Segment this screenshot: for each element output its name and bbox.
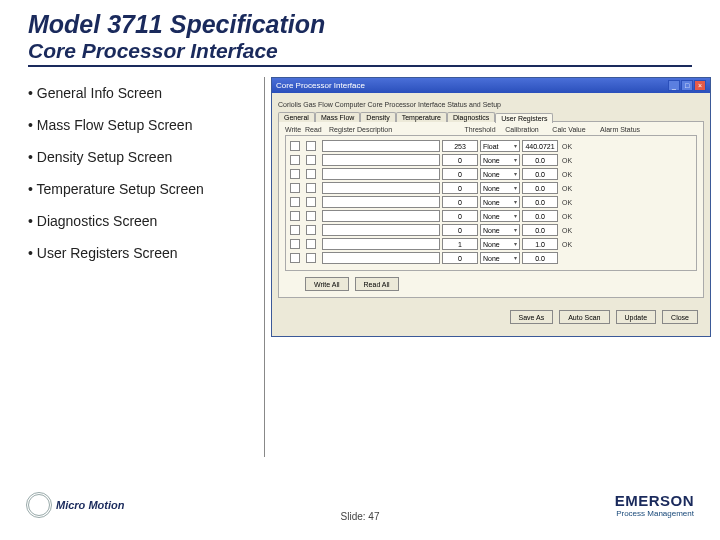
calibration-select[interactable]: None [480, 252, 520, 264]
saveas-button[interactable]: Save As [510, 310, 554, 324]
threshold-input[interactable]: 1 [442, 238, 478, 250]
read-checkbox[interactable] [306, 253, 316, 263]
close-dialog-button[interactable]: Close [662, 310, 698, 324]
register-row: 0None0.0OK [290, 168, 692, 180]
threshold-input[interactable]: 253 [442, 140, 478, 152]
close-button[interactable]: × [694, 80, 706, 91]
register-row: 0None0.0 [290, 252, 692, 264]
alarm-status: OK [560, 143, 606, 150]
desc-input[interactable] [322, 154, 440, 166]
bullet-item: • General Info Screen [28, 85, 264, 101]
write-checkbox[interactable] [290, 239, 300, 249]
alarm-status: OK [560, 157, 606, 164]
calibration-select[interactable]: Float [480, 140, 520, 152]
tab-diagnostics[interactable]: Diagnostics [447, 112, 495, 122]
read-checkbox[interactable] [306, 225, 316, 235]
desc-input[interactable] [322, 196, 440, 208]
read-all-button[interactable]: Read All [355, 277, 399, 291]
alarm-status: OK [560, 241, 606, 248]
register-row: 0None0.0OK [290, 154, 692, 166]
register-row: 1None1.0OK [290, 238, 692, 250]
write-checkbox[interactable] [290, 155, 300, 165]
threshold-input[interactable]: 0 [442, 224, 478, 236]
register-grid: 253Float440.0721OK0None0.0OK0None0.0OK0N… [285, 135, 697, 271]
register-row: 0None0.0OK [290, 196, 692, 208]
calibration-select[interactable]: None [480, 154, 520, 166]
tab-bar: General Mass Flow Density Temperature Di… [278, 112, 704, 122]
value-input[interactable]: 0.0 [522, 154, 558, 166]
register-row: 0None0.0OK [290, 210, 692, 222]
desc-input[interactable] [322, 210, 440, 222]
write-checkbox[interactable] [290, 211, 300, 221]
tab-density[interactable]: Density [360, 112, 395, 122]
tab-user-registers[interactable]: User Registers [495, 113, 553, 123]
value-input[interactable]: 0.0 [522, 252, 558, 264]
desc-input[interactable] [322, 168, 440, 180]
window-caption: Coriolis Gas Flow Computer Core Processo… [278, 99, 704, 112]
col-calibration: Calibration [501, 126, 543, 133]
minimize-button[interactable]: _ [668, 80, 680, 91]
read-checkbox[interactable] [306, 155, 316, 165]
autoscan-button[interactable]: Auto Scan [559, 310, 609, 324]
value-input[interactable]: 0.0 [522, 168, 558, 180]
threshold-input[interactable]: 0 [442, 182, 478, 194]
write-checkbox[interactable] [290, 169, 300, 179]
bullet-item: • Diagnostics Screen [28, 213, 264, 229]
read-checkbox[interactable] [306, 211, 316, 221]
bullet-item: • Temperature Setup Screen [28, 181, 264, 197]
update-button[interactable]: Update [616, 310, 657, 324]
desc-input[interactable] [322, 140, 440, 152]
alarm-status: OK [560, 199, 606, 206]
desc-input[interactable] [322, 182, 440, 194]
col-value: Calc Value [543, 126, 595, 133]
calibration-select[interactable]: None [480, 210, 520, 222]
micromotion-text: Micro Motion [56, 499, 124, 511]
read-checkbox[interactable] [306, 183, 316, 193]
write-all-button[interactable]: Write All [305, 277, 349, 291]
read-checkbox[interactable] [306, 169, 316, 179]
desc-input[interactable] [322, 238, 440, 250]
alarm-status: OK [560, 213, 606, 220]
read-checkbox[interactable] [306, 239, 316, 249]
threshold-input[interactable]: 0 [442, 252, 478, 264]
tab-general[interactable]: General [278, 112, 315, 122]
alarm-status: OK [560, 171, 606, 178]
calibration-select[interactable]: None [480, 238, 520, 250]
calibration-select[interactable]: None [480, 196, 520, 208]
window-titlebar: Core Processor Interface _ □ × [272, 78, 710, 93]
write-checkbox[interactable] [290, 141, 300, 151]
threshold-input[interactable]: 0 [442, 154, 478, 166]
col-read: Read [305, 126, 329, 133]
col-desc: Register Description [329, 126, 459, 133]
value-input[interactable]: 1.0 [522, 238, 558, 250]
threshold-input[interactable]: 0 [442, 196, 478, 208]
read-checkbox[interactable] [306, 197, 316, 207]
emerson-logo: EMERSON Process Management [615, 492, 694, 518]
calibration-select[interactable]: None [480, 224, 520, 236]
alarm-status: OK [560, 185, 606, 192]
threshold-input[interactable]: 0 [442, 210, 478, 222]
read-checkbox[interactable] [306, 141, 316, 151]
maximize-button[interactable]: □ [681, 80, 693, 91]
calibration-select[interactable]: None [480, 168, 520, 180]
write-checkbox[interactable] [290, 253, 300, 263]
write-checkbox[interactable] [290, 225, 300, 235]
calibration-select[interactable]: None [480, 182, 520, 194]
bullet-list: • General Info Screen • Mass Flow Setup … [0, 77, 265, 457]
bullet-item: • Density Setup Screen [28, 149, 264, 165]
value-input[interactable]: 440.0721 [522, 140, 558, 152]
desc-input[interactable] [322, 224, 440, 236]
value-input[interactable]: 0.0 [522, 210, 558, 222]
col-alarm: Alarm Status [595, 126, 645, 133]
value-input[interactable]: 0.0 [522, 224, 558, 236]
tab-massflow[interactable]: Mass Flow [315, 112, 360, 122]
tab-temperature[interactable]: Temperature [396, 112, 447, 122]
bullet-item: • Mass Flow Setup Screen [28, 117, 264, 133]
slide-number: Slide: 47 [341, 511, 380, 522]
write-checkbox[interactable] [290, 197, 300, 207]
value-input[interactable]: 0.0 [522, 196, 558, 208]
desc-input[interactable] [322, 252, 440, 264]
write-checkbox[interactable] [290, 183, 300, 193]
value-input[interactable]: 0.0 [522, 182, 558, 194]
threshold-input[interactable]: 0 [442, 168, 478, 180]
